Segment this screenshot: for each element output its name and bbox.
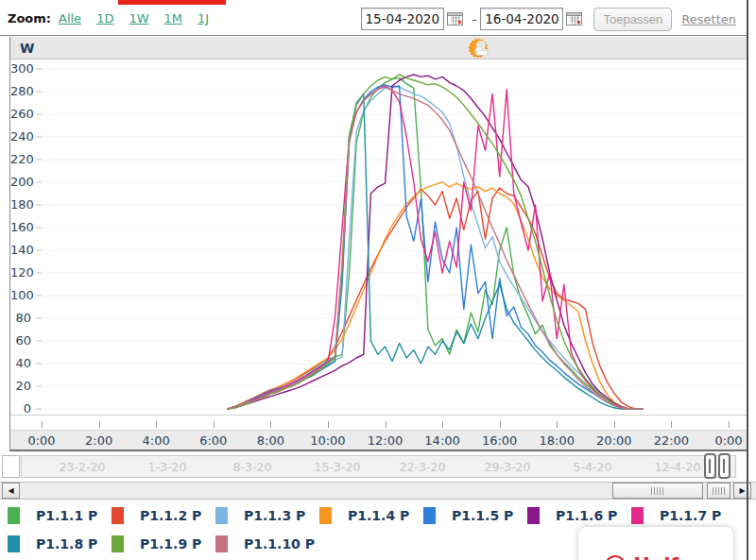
- apply-button[interactable]: Toepassen: [593, 8, 672, 31]
- navigator-track[interactable]: 23-2-201-3-208-3-2015-3-2022-3-2029-3-20…: [21, 455, 736, 478]
- legend-label: P1.1.7 P: [660, 508, 721, 523]
- y-tick-label: 140: [10, 243, 31, 258]
- y-tick-label: 40: [10, 356, 31, 371]
- zoom-link-1w[interactable]: 1W: [129, 11, 148, 25]
- y-tick-label: 200: [10, 175, 31, 190]
- y-tick-label: 240: [10, 129, 31, 144]
- zoom-links: Alle1D1W1M1J: [59, 11, 224, 25]
- help-label: Helfen: [633, 554, 706, 560]
- zoom-link-1d[interactable]: 1D: [96, 11, 113, 25]
- help-button[interactable]: ? Helfen: [578, 527, 733, 560]
- series-line-p1.1.7-p: [228, 86, 643, 409]
- x-tick: [500, 421, 501, 428]
- plot-area[interactable]: 0204060801001201401601802002202402602803…: [10, 59, 747, 416]
- x-tick-label: 14:00: [424, 433, 459, 448]
- x-tick-label: 22:00: [654, 433, 689, 448]
- navigator-date-label: 12-4-20: [655, 460, 701, 474]
- legend-item[interactable]: P1.1.10 P: [215, 530, 319, 558]
- page: Zoom: Alle1D1W1M1J - Toepassen Resetten: [0, 0, 756, 560]
- y-tick-label: 120: [10, 265, 31, 280]
- legend-item[interactable]: P1.1.1 P: [8, 501, 112, 530]
- legend-item[interactable]: P1.1.2 P: [112, 501, 215, 530]
- x-tick: [386, 421, 387, 428]
- navigator-date-label: 22-3-20: [400, 460, 446, 474]
- scrollbar-thumb-small[interactable]: [707, 483, 730, 499]
- x-tick-label: 20:00: [596, 433, 631, 448]
- date-from-input[interactable]: [361, 8, 444, 30]
- x-tick: [671, 421, 672, 428]
- legend-label: P1.1.5 P: [452, 508, 513, 523]
- x-axis-ticks: [10, 416, 747, 430]
- legend-item[interactable]: P1.1.4 P: [319, 501, 423, 530]
- x-axis-labels: 0:002:004:006:008:0010:0012:0014:0016:00…: [10, 430, 747, 451]
- x-tick: [729, 421, 730, 428]
- series-line-p1.1.10-p: [228, 87, 643, 409]
- x-tick: [270, 421, 271, 428]
- legend-swatch: [8, 535, 20, 552]
- scrollbar-thumb[interactable]: [612, 483, 703, 499]
- x-tick-label: 8:00: [257, 433, 284, 448]
- x-tick-label: 6:00: [199, 433, 227, 448]
- legend-item[interactable]: P1.1.8 P: [8, 530, 112, 558]
- x-tick-label: 4:00: [143, 433, 170, 448]
- legend-label: P1.1.3 P: [244, 508, 305, 523]
- y-tick-label: 280: [10, 84, 31, 99]
- y-tick-label: 60: [10, 333, 31, 348]
- legend-item[interactable]: P1.1.5 P: [423, 501, 527, 530]
- y-tick-label: 80: [10, 311, 31, 326]
- legend-swatch: [112, 507, 124, 524]
- date-to-input[interactable]: [480, 8, 563, 30]
- chart-canvas: [34, 59, 745, 416]
- y-tick-label: 260: [10, 107, 31, 122]
- navigator-date-label: 1-3-20: [148, 460, 187, 474]
- range-navigator[interactable]: 23-2-201-3-208-3-2015-3-2022-3-2029-3-20…: [0, 454, 756, 480]
- x-tick-label: 0:00: [714, 433, 742, 448]
- toolbar: Zoom: Alle1D1W1M1J - Toepassen Resetten: [0, 0, 747, 36]
- legend-swatch: [215, 535, 228, 552]
- x-tick-label: 18:00: [540, 433, 575, 448]
- navigator-handle-right[interactable]: [718, 453, 730, 479]
- zoom-label: Zoom:: [8, 11, 51, 25]
- x-tick-label: 10:00: [310, 433, 345, 448]
- legend-swatch: [8, 507, 20, 524]
- x-tick: [99, 421, 100, 428]
- x-tick: [557, 421, 558, 428]
- legend-item[interactable]: P1.1.7 P: [631, 501, 735, 530]
- date-range-controls: - Toepassen Resetten: [361, 7, 736, 31]
- x-tick-label: 0:00: [27, 433, 55, 448]
- y-axis-unit-label: W: [20, 41, 34, 56]
- scroll-left-button[interactable]: ◀: [2, 483, 20, 499]
- x-tick-label: 2:00: [85, 433, 112, 448]
- x-tick-label: 12:00: [368, 433, 403, 448]
- y-tick-label: 180: [10, 197, 31, 212]
- legend-label: P1.1.9 P: [140, 536, 201, 552]
- legend-item[interactable]: P1.1.3 P: [215, 501, 319, 530]
- window-edge: [747, 0, 748, 560]
- legend-item[interactable]: P1.1.9 P: [112, 530, 215, 558]
- legend-swatch: [112, 535, 124, 552]
- series-line-p1.1.6-p: [228, 75, 643, 409]
- x-tick: [156, 421, 157, 428]
- scroll-right-button[interactable]: ▶: [733, 483, 751, 499]
- reset-link[interactable]: Resetten: [681, 12, 736, 26]
- legend-item[interactable]: P1.1.6 P: [527, 501, 631, 530]
- horizontal-scrollbar[interactable]: ◀ ▶: [0, 482, 756, 500]
- zoom-link-1j[interactable]: 1J: [198, 11, 209, 25]
- zoom-link-1m[interactable]: 1M: [164, 11, 183, 25]
- date-range-separator: -: [472, 12, 477, 26]
- y-tick-label: 0: [10, 401, 31, 416]
- series-line-p1.1.1-p: [228, 78, 643, 409]
- y-tick-label: 220: [10, 152, 31, 167]
- chart-header-band: W: [10, 37, 747, 59]
- series-line-p1.1.5-p: [228, 85, 643, 409]
- legend-swatch: [527, 507, 540, 524]
- calendar-icon[interactable]: [447, 11, 464, 26]
- x-tick: [442, 421, 443, 428]
- legend-swatch: [423, 507, 436, 524]
- calendar-icon[interactable]: [566, 11, 583, 26]
- legend-swatch: [631, 507, 644, 524]
- zoom-link-alle[interactable]: Alle: [59, 11, 81, 25]
- legend-swatch: [215, 507, 228, 524]
- navigator-handle-left[interactable]: [704, 453, 716, 479]
- navigator-date-label: 5-4-20: [574, 460, 612, 474]
